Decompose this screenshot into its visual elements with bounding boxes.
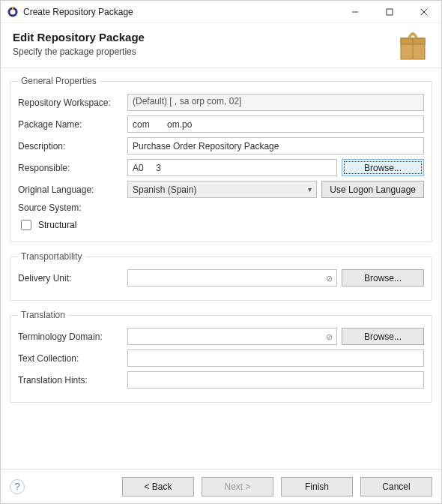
clear-icon[interactable]: ⊘ [326, 332, 333, 341]
finish-button[interactable]: Finish [281, 477, 353, 496]
terminology-domain-browse-button[interactable]: Browse... [342, 328, 424, 345]
next-button[interactable]: Next > [202, 477, 273, 496]
clear-icon[interactable]: ⊘ [326, 273, 333, 283]
page-subtitle: Specify the package properties [13, 46, 429, 57]
use-logon-language-button[interactable]: Use Logon Language [321, 181, 424, 198]
app-icon [7, 6, 19, 18]
minimize-button[interactable] [338, 1, 372, 23]
language-select-value: Spanish (Spain) [133, 184, 196, 195]
workspace-value: (Default) [ , sa orp com, 02] [127, 94, 424, 111]
close-button[interactable] [407, 1, 441, 23]
structural-checkbox[interactable] [21, 220, 31, 230]
terminology-domain-label: Terminology Domain: [18, 332, 123, 342]
back-button[interactable]: < Back [122, 477, 194, 496]
translation-hints-input[interactable] [127, 371, 424, 388]
description-label: Description: [18, 141, 123, 152]
translation-hints-label: Translation Hints: [18, 375, 123, 386]
chevron-down-icon: ▾ [308, 185, 312, 194]
delivery-unit-input[interactable] [127, 269, 337, 286]
wizard-footer: ? < Back Next > Finish Cancel [1, 469, 441, 503]
responsible-label: Responsible: [18, 163, 123, 173]
text-collection-label: Text Collection: [18, 353, 123, 364]
group-general: General Properties Repository Workspace:… [10, 76, 432, 242]
responsible-input[interactable] [127, 159, 337, 176]
responsible-browse-button[interactable]: Browse... [342, 159, 424, 176]
delivery-unit-label: Delivery Unit: [18, 273, 123, 284]
svg-rect-4 [387, 9, 393, 15]
maximize-button[interactable] [372, 1, 407, 23]
terminology-domain-input[interactable] [127, 328, 337, 345]
language-label: Original Language: [18, 184, 123, 195]
svg-point-1 [10, 9, 15, 14]
group-translation: Translation Terminology Domain: ⊘ Browse… [10, 310, 432, 403]
source-system-label: Source System: [18, 202, 123, 213]
structural-label: Structural [38, 220, 76, 230]
group-transportability-legend: Transportability [18, 251, 85, 262]
titlebar: Create Repository Package [1, 1, 441, 23]
cancel-button[interactable]: Cancel [360, 477, 432, 496]
page-title: Edit Repository Package [13, 31, 429, 44]
description-input[interactable] [127, 137, 424, 154]
language-select[interactable]: Spanish (Spain) ▾ [127, 181, 317, 198]
delivery-unit-browse-button[interactable]: Browse... [342, 269, 424, 286]
group-translation-legend: Translation [18, 310, 68, 320]
workspace-label: Repository Workspace: [18, 98, 123, 108]
package-name-input[interactable] [127, 116, 424, 133]
dialog-body: General Properties Repository Workspace:… [1, 68, 441, 469]
window-title: Create Repository Package [23, 7, 338, 17]
group-general-legend: General Properties [18, 76, 100, 86]
package-name-label: Package Name: [18, 119, 123, 130]
group-transportability: Transportability Delivery Unit: ⊘ Browse… [10, 251, 432, 301]
svg-rect-2 [12, 7, 13, 10]
dialog-window: Create Repository Package Edit Repositor… [0, 0, 442, 504]
package-icon [395, 28, 431, 64]
text-collection-input[interactable] [127, 350, 424, 367]
wizard-header: Edit Repository Package Specify the pack… [1, 23, 441, 68]
help-button[interactable]: ? [10, 479, 25, 494]
